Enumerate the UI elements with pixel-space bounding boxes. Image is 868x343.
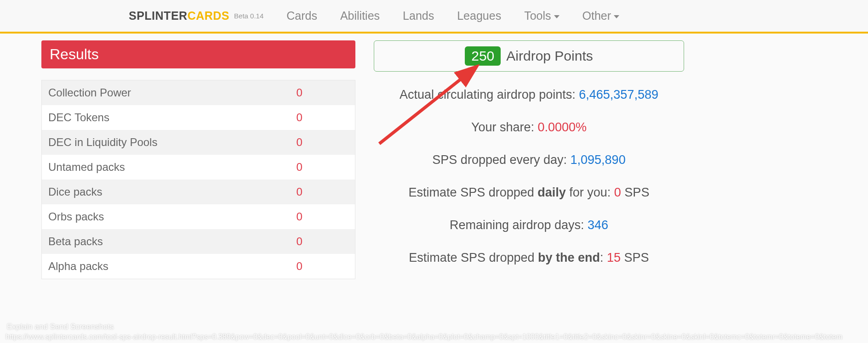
results-column: Results Collection Power0DEC Tokens0DEC …	[41, 40, 355, 279]
row-label: DEC Tokens	[42, 105, 290, 130]
row-value: 0	[290, 180, 355, 204]
stat-circulating: Actual circulating airdrop points: 6,465…	[374, 88, 684, 102]
row-label: DEC in Liquidity Pools	[42, 130, 290, 155]
airdrop-points-box: 250 Airdrop Points	[374, 40, 684, 72]
logo-part1: SPLINTER	[129, 9, 188, 22]
nav-links: Cards Abilities Lands Leagues Tools Othe…	[286, 9, 619, 22]
stats-column: 250 Airdrop Points Actual circulating ai…	[374, 40, 827, 279]
nav-other[interactable]: Other	[582, 9, 620, 22]
row-label: Beta packs	[42, 229, 290, 254]
overlay-url: https://www.splintercards.com/tool-sps-a…	[6, 333, 842, 341]
row-label: Collection Power	[42, 80, 290, 106]
table-row: DEC in Liquidity Pools0	[42, 130, 355, 155]
table-row: Alpha packs0	[42, 254, 355, 279]
airdrop-badge: 250	[465, 46, 501, 66]
row-value: 0	[290, 155, 355, 180]
stat-remaining: Remaining airdrop days: 346	[374, 218, 684, 232]
row-value: 0	[290, 204, 355, 229]
table-row: Collection Power0	[42, 80, 355, 106]
navbar: SPLINTERCARDS Beta 0.14 Cards Abilities …	[0, 0, 868, 34]
table-row: DEC Tokens0	[42, 105, 355, 130]
table-row: Dice packs0	[42, 180, 355, 204]
beta-label: Beta 0.14	[234, 12, 263, 20]
logo[interactable]: SPLINTERCARDS	[129, 9, 229, 22]
stat-estimate-daily: Estimate SPS dropped daily for you: 0 SP…	[374, 186, 684, 200]
row-label: Dice packs	[42, 180, 290, 204]
nav-leagues[interactable]: Leagues	[457, 9, 501, 22]
row-value: 0	[290, 105, 355, 130]
table-row: Beta packs0	[42, 229, 355, 254]
airdrop-label: Airdrop Points	[506, 48, 593, 64]
logo-part2: CARDS	[188, 9, 229, 22]
overlay-extension-label: Explain and Send Screenshots	[7, 322, 114, 332]
nav-abilities[interactable]: Abilities	[340, 9, 380, 22]
row-value: 0	[290, 80, 355, 106]
stat-sps-daily: SPS dropped every day: 1,095,890	[374, 153, 684, 167]
nav-cards[interactable]: Cards	[286, 9, 317, 22]
table-row: Orbs packs0	[42, 204, 355, 229]
nav-lands[interactable]: Lands	[403, 9, 434, 22]
chevron-down-icon	[554, 15, 560, 18]
row-label: Untamed packs	[42, 155, 290, 180]
table-row: Untamed packs0	[42, 155, 355, 180]
nav-tools[interactable]: Tools	[524, 9, 559, 22]
results-table: Collection Power0DEC Tokens0DEC in Liqui…	[41, 80, 355, 279]
chevron-down-icon	[614, 15, 619, 18]
stat-estimate-end: Estimate SPS dropped by the end: 15 SPS	[374, 251, 684, 265]
results-header: Results	[41, 40, 355, 68]
row-value: 0	[290, 254, 355, 279]
stat-share: Your share: 0.0000%	[374, 120, 684, 135]
row-value: 0	[290, 130, 355, 155]
row-value: 0	[290, 229, 355, 254]
row-label: Alpha packs	[42, 254, 290, 279]
row-label: Orbs packs	[42, 204, 290, 229]
